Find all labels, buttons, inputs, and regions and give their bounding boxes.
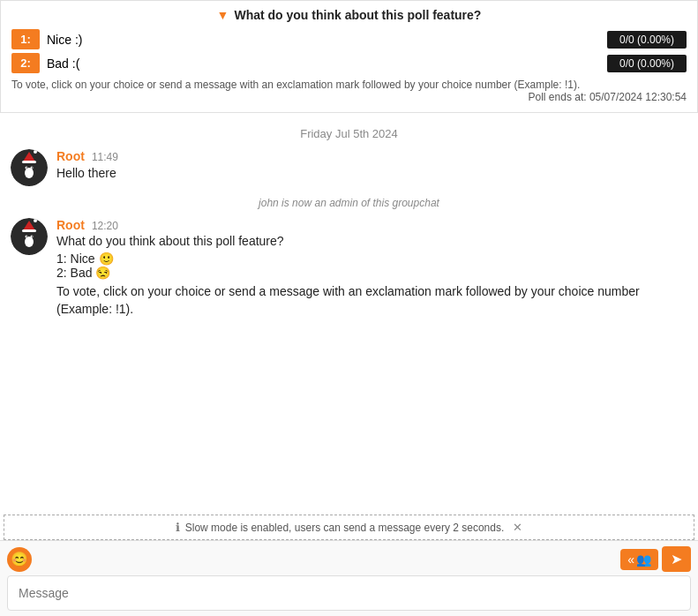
slow-mode-text: Slow mode is enabled, users can send a m… bbox=[185, 522, 505, 534]
send-icon: ➤ bbox=[671, 551, 682, 567]
emoji-icon: 😊 bbox=[11, 551, 28, 567]
poll-msg-instruction: To vote, click on your choice or send a … bbox=[56, 283, 687, 318]
svg-point-3 bbox=[34, 150, 37, 154]
message-author-1: Root bbox=[56, 149, 85, 163]
avatar-root-2 bbox=[11, 218, 48, 255]
poll-stat-2: 0/0 (0.00%) bbox=[607, 55, 687, 72]
input-area: 😊 « 👥 ➤ bbox=[0, 540, 698, 616]
poll-title-row: ▼ What do you think about this poll feat… bbox=[11, 8, 687, 22]
info-icon: ℹ bbox=[176, 521, 180, 534]
group-icon: « bbox=[627, 552, 634, 567]
poll-option-label-2: Bad :( bbox=[47, 56, 600, 71]
emoji-button[interactable]: 😊 bbox=[7, 547, 32, 572]
svg-point-13 bbox=[34, 219, 37, 222]
group-button[interactable]: « 👥 bbox=[620, 549, 658, 570]
date-divider: Friday Jul 5th 2024 bbox=[11, 127, 687, 140]
message-row-1: Root 11:49 Hello there bbox=[11, 149, 687, 186]
slow-mode-bar: ℹ Slow mode is enabled, users can send a… bbox=[4, 515, 694, 540]
poll-banner: ▼ What do you think about this poll feat… bbox=[0, 0, 698, 113]
svg-point-5 bbox=[25, 168, 34, 178]
message-time-1: 11:49 bbox=[92, 151, 118, 163]
poll-option-num-2[interactable]: 2: bbox=[11, 53, 40, 73]
message-row-2: Root 12:20 What do you think about this … bbox=[11, 218, 687, 318]
poll-options: 1: Nice :) 0/0 (0.00%) 2: Bad :( 0/0 (0.… bbox=[11, 29, 687, 73]
message-content-2: Root 12:20 What do you think about this … bbox=[56, 218, 687, 318]
svg-point-19 bbox=[32, 236, 33, 237]
group-members-icon: 👥 bbox=[636, 552, 651, 567]
svg-point-9 bbox=[32, 167, 33, 168]
message-text-1: Hello there bbox=[56, 165, 687, 183]
slow-mode-close-button[interactable]: ✕ bbox=[513, 521, 522, 534]
poll-title: What do you think about this poll featur… bbox=[234, 8, 481, 22]
poll-option-num-1[interactable]: 1: bbox=[11, 29, 40, 49]
message-author-2: Root bbox=[56, 218, 85, 232]
system-message: john is now an admin of this groupchat bbox=[11, 197, 687, 209]
poll-msg-option-2-emoji: 😒 bbox=[95, 266, 110, 280]
message-input[interactable] bbox=[7, 575, 691, 611]
poll-msg-option-2: 2: Bad 😒 bbox=[56, 266, 687, 280]
poll-option-row-1[interactable]: 1: Nice :) 0/0 (0.00%) bbox=[11, 29, 687, 49]
svg-rect-2 bbox=[22, 161, 36, 163]
poll-vote-instruction: To vote, click on your choice or send a … bbox=[11, 79, 687, 91]
send-button[interactable]: ➤ bbox=[662, 546, 691, 572]
poll-option-label-1: Nice :) bbox=[47, 33, 600, 47]
chevron-down-icon: ▼ bbox=[217, 8, 229, 22]
svg-point-8 bbox=[26, 167, 27, 168]
poll-msg-option-2-text: 2: Bad bbox=[56, 266, 92, 280]
poll-msg-question: What do you think about this poll featur… bbox=[56, 234, 687, 248]
toolbar-left: 😊 bbox=[7, 547, 32, 572]
input-toolbar: 😊 « 👥 ➤ bbox=[7, 546, 691, 572]
poll-stat-1: 0/0 (0.00%) bbox=[607, 31, 687, 49]
toolbar-right: « 👥 ➤ bbox=[620, 546, 691, 572]
poll-msg-option-1-emoji: 🙂 bbox=[99, 252, 114, 266]
poll-option-row-2[interactable]: 2: Bad :( 0/0 (0.00%) bbox=[11, 53, 687, 73]
poll-msg-option-1: 1: Nice 🙂 bbox=[56, 252, 687, 266]
svg-rect-12 bbox=[22, 229, 36, 232]
message-time-2: 12:20 bbox=[92, 220, 118, 232]
message-header-2: Root 12:20 bbox=[56, 218, 687, 232]
avatar-root-1 bbox=[11, 149, 48, 186]
poll-msg-option-1-text: 1: Nice bbox=[56, 252, 95, 266]
svg-point-18 bbox=[26, 236, 27, 237]
chat-area: Friday Jul 5th 2024 Root bbox=[0, 113, 698, 515]
poll-ends: Poll ends at: 05/07/2024 12:30:54 bbox=[11, 91, 687, 103]
message-content-1: Root 11:49 Hello there bbox=[56, 149, 687, 183]
message-header-1: Root 11:49 bbox=[56, 149, 687, 163]
svg-point-15 bbox=[25, 237, 34, 247]
